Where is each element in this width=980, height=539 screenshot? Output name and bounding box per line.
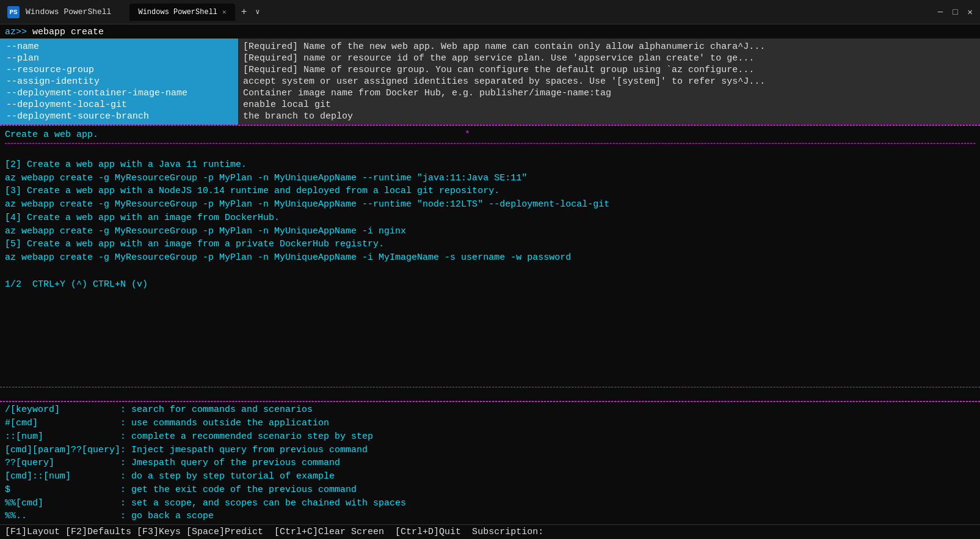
app-icon: PS [7, 6, 20, 18]
help-line: $ : get the exit code of the previous co… [5, 483, 975, 497]
content-line: [5] Create a web app with an image from … [5, 238, 975, 251]
autocomplete-option[interactable]: --deployment-container-image-name [0, 87, 238, 99]
window-controls: ─ □ ✕ [938, 7, 973, 17]
empty-line [0, 387, 980, 401]
prompt-command: webapp create [32, 27, 104, 37]
help-line: %%[cmd] : set a scope, and scopes can be… [5, 497, 975, 510]
help-line: %%.. : go back a scope [5, 510, 975, 523]
content-line: [4] Create a web app with an image from … [5, 211, 975, 225]
content-area: Create a web app. * [2] Create a web app… [0, 126, 980, 387]
content-line: 1/2 CTRL+Y (^) CTRL+N (v) [5, 278, 975, 292]
tab-close-icon[interactable]: ✕ [222, 8, 227, 16]
help-area: /[keyword] : search for commands and sce… [0, 402, 980, 524]
autocomplete-option[interactable]: --deployment-source-branch [0, 111, 238, 122]
help-line: #[cmd] : use commands outside the applic… [5, 417, 975, 430]
autocomplete-options[interactable]: --name--plan--resource-group--assign-ide… [0, 38, 238, 125]
content-lines: [2] Create a web app with a Java 11 runt… [5, 145, 975, 292]
prompt-text: az>> webapp create [5, 27, 104, 37]
content-star: * [465, 128, 470, 142]
content-line: az webapp create -g MyResourceGroup -p M… [5, 198, 975, 211]
content-line: az webapp create -g MyResourceGroup -p M… [5, 172, 975, 185]
autocomplete-description: [Required] name or resource id of the ap… [243, 53, 975, 64]
maximize-button[interactable]: □ [953, 7, 957, 17]
window-title: Windows PowerShell [26, 7, 111, 16]
prompt-line: az>> webapp create [0, 24, 980, 38]
autocomplete-dropdown: --name--plan--resource-group--assign-ide… [0, 38, 980, 125]
help-line: [cmd][param]??[query]: Inject jmespath q… [5, 444, 975, 457]
terminal: az>> webapp create --name--plan--resourc… [0, 24, 980, 539]
separator-content [5, 143, 975, 144]
content-line [5, 265, 975, 278]
content-line: [2] Create a web app with a Java 11 runt… [5, 158, 975, 172]
prompt-az: az>> [5, 27, 32, 37]
autocomplete-description: the branch to deploy [243, 111, 975, 122]
content-line: az webapp create -g MyResourceGroup -p M… [5, 225, 975, 238]
status-bar: [F1]Layout [F2]Defaults [F3]Keys [Space]… [0, 524, 980, 539]
autocomplete-description: accept system or user assigned identitie… [243, 76, 975, 87]
content-header: Create a web app. [5, 128, 98, 142]
autocomplete-option[interactable]: --plan [0, 53, 238, 64]
help-line: [cmd]::[num] : do a step by step tutoria… [5, 470, 975, 483]
help-line: ::[num] : complete a recommended scenari… [5, 430, 975, 444]
tab-bar: Windows PowerShell ✕ + ∨ [129, 4, 262, 21]
autocomplete-description: Container image name from Docker Hub, e.… [243, 87, 975, 99]
minimize-button[interactable]: ─ [938, 7, 943, 17]
title-bar: PS Windows PowerShell Windows PowerShell… [0, 0, 980, 24]
autocomplete-description: [Required] Name of resource group. You c… [243, 64, 975, 76]
title-bar-left: PS Windows PowerShell Windows PowerShell… [7, 4, 263, 21]
autocomplete-descriptions: [Required] Name of the new web app. Web … [238, 38, 980, 125]
status-text: [F1]Layout [F2]Defaults [F3]Keys [Space]… [5, 527, 543, 537]
new-tab-button[interactable]: + [238, 7, 251, 18]
help-line: /[keyword] : search for commands and sce… [5, 403, 975, 417]
close-button[interactable]: ✕ [968, 7, 973, 17]
autocomplete-option[interactable]: --resource-group [0, 64, 238, 76]
tab-label: Windows PowerShell [138, 8, 217, 16]
tab-dropdown-icon[interactable]: ∨ [253, 7, 262, 16]
active-tab[interactable]: Windows PowerShell ✕ [129, 4, 234, 21]
autocomplete-option[interactable]: --name [0, 41, 238, 53]
content-line: az webapp create -g MyResourceGroup -p M… [5, 251, 975, 265]
content-line [5, 145, 975, 158]
content-line: [3] Create a web app with a NodeJS 10.14… [5, 185, 975, 198]
autocomplete-option[interactable]: --deployment-local-git [0, 99, 238, 111]
autocomplete-description: [Required] Name of the new web app. Web … [243, 41, 975, 53]
help-line: ??[query] : Jmespath query of the previo… [5, 457, 975, 470]
app-icon-text: PS [9, 9, 17, 16]
autocomplete-description: enable local git [243, 99, 975, 111]
autocomplete-option[interactable]: --assign-identity [0, 76, 238, 87]
